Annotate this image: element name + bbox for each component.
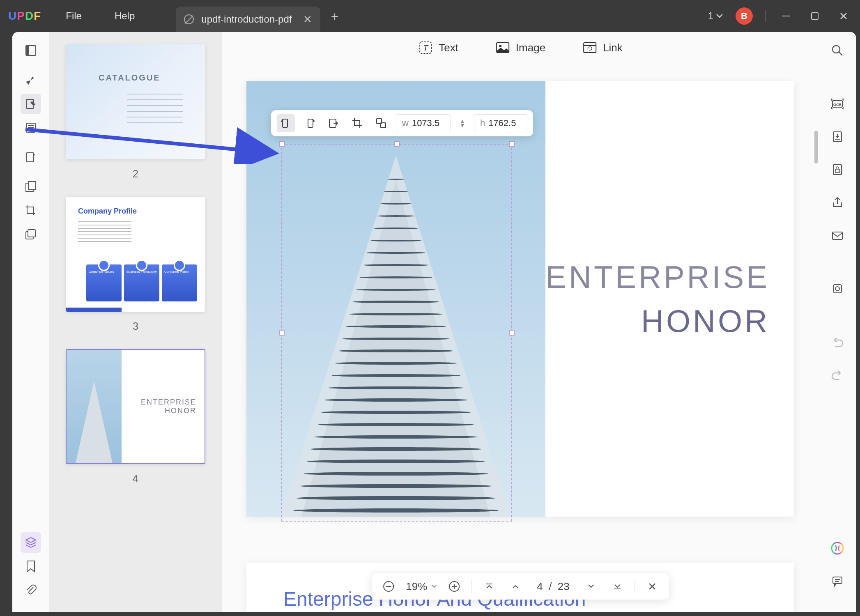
undo-icon[interactable] — [827, 332, 848, 352]
resize-handle[interactable] — [394, 141, 400, 147]
thumb-text: HONOR — [165, 407, 196, 415]
edit-toolbar: T Text Image Link — [418, 40, 623, 55]
bookmark-icon[interactable] — [21, 556, 41, 577]
edit-text-button[interactable]: T Text — [418, 40, 458, 55]
edit-image-button[interactable]: Image — [495, 40, 545, 55]
organize-tool-icon[interactable] — [21, 177, 41, 197]
page-thumbnail-3[interactable]: Company Profile Corporate Values Busines… — [66, 197, 205, 312]
page-indicator[interactable]: 4 / 23 — [533, 580, 574, 593]
layers-icon[interactable] — [21, 532, 41, 553]
thumb-title: CATALOGUE — [99, 73, 161, 83]
image-edit-toolbar: w 1073.5 ▲▼ h 1762.5 — [271, 110, 533, 136]
thumb-number: 2 — [66, 168, 205, 180]
width-input[interactable]: w 1073.5 — [396, 114, 451, 132]
email-icon[interactable] — [827, 225, 848, 246]
main-viewport: T Text Image Link ENTERPRIS — [222, 32, 819, 612]
page-heading-line2: HONOR — [641, 303, 770, 339]
height-input[interactable]: h 1762.5 — [474, 114, 527, 132]
image-icon — [495, 40, 510, 55]
svg-rect-3 — [26, 46, 29, 55]
zoom-in-icon[interactable] — [445, 577, 463, 595]
svg-rect-0 — [782, 16, 790, 16]
rotate-left-icon[interactable] — [277, 114, 295, 132]
svg-rect-13 — [28, 230, 35, 237]
resize-handle[interactable] — [509, 330, 515, 336]
convert-icon[interactable] — [827, 126, 848, 147]
edit-link-button[interactable]: Link — [582, 40, 623, 55]
pages-tool-icon[interactable] — [21, 224, 41, 245]
thumbnails-tool-icon[interactable] — [21, 40, 41, 61]
app-logo: UPDF — [8, 9, 41, 23]
divider — [765, 10, 766, 22]
chevron-down-icon — [431, 584, 437, 588]
scrollbar-thumb[interactable] — [814, 131, 818, 163]
menu-help[interactable]: Help — [115, 10, 135, 22]
tab-close-icon[interactable]: ✕ — [303, 13, 312, 26]
svg-rect-11 — [28, 182, 36, 190]
reader-tool-icon[interactable] — [21, 117, 41, 138]
tab-title: updf-introduction-pdf — [201, 14, 292, 25]
document-tab[interactable]: updf-introduction-pdf ✕ — [176, 7, 320, 32]
replace-icon[interactable] — [372, 114, 390, 132]
thumb-text: ENTERPRISE — [141, 398, 196, 407]
form-tool-icon[interactable] — [21, 147, 41, 168]
svg-point-30 — [832, 46, 840, 53]
next-page-icon[interactable] — [582, 577, 600, 595]
page-thumbnail-4[interactable]: ENTERPRISE HONOR — [66, 349, 205, 464]
svg-point-39 — [835, 287, 839, 291]
edit-tool-icon[interactable] — [21, 94, 41, 114]
minimize-button[interactable] — [778, 8, 794, 24]
share-icon[interactable] — [827, 192, 848, 213]
zoom-out-icon[interactable] — [379, 577, 398, 595]
first-page-icon[interactable] — [480, 577, 498, 595]
redo-icon[interactable] — [827, 365, 848, 385]
left-toolbar — [12, 32, 49, 612]
resize-handle[interactable] — [509, 141, 515, 147]
highlight-tool-icon[interactable] — [21, 70, 41, 90]
thumb-number: 3 — [66, 320, 205, 333]
ai-assistant-icon[interactable] — [827, 538, 848, 559]
menu-file[interactable]: File — [66, 10, 82, 22]
chevron-down-icon — [716, 14, 723, 18]
protect-icon[interactable] — [827, 159, 848, 180]
new-tab-button[interactable]: ＋ — [329, 8, 341, 25]
title-bar: UPDF File Help updf-introduction-pdf ✕ ＋… — [0, 0, 860, 32]
close-bar-icon[interactable] — [643, 577, 661, 595]
resize-handle[interactable] — [279, 141, 285, 147]
thumb-number: 4 — [66, 472, 205, 485]
crop-tool-icon[interactable] — [21, 200, 41, 221]
svg-rect-35 — [833, 165, 842, 175]
user-avatar[interactable]: B — [736, 7, 753, 25]
thumbnail-panel: CATALOGUE 2 Company Profile Corporate Va… — [49, 32, 222, 612]
compress-icon[interactable] — [827, 278, 848, 299]
svg-rect-21 — [308, 119, 313, 127]
svg-rect-1 — [812, 13, 818, 19]
comment-icon[interactable] — [827, 571, 848, 591]
image-selection-box[interactable] — [281, 144, 512, 522]
window-count-dropdown[interactable]: 1 — [708, 10, 723, 22]
svg-rect-36 — [835, 169, 839, 172]
swap-dimensions-icon[interactable]: ▲▼ — [457, 119, 468, 127]
page-thumbnail-2[interactable]: CATALOGUE — [66, 44, 205, 159]
svg-rect-40 — [833, 577, 842, 584]
crop-icon[interactable] — [348, 114, 366, 132]
resize-handle[interactable] — [279, 330, 285, 336]
close-button[interactable] — [835, 8, 852, 24]
zoom-level[interactable]: 19% — [406, 580, 437, 593]
link-icon — [582, 40, 597, 55]
bottom-nav-bar: 19% 4 / 23 — [372, 573, 669, 600]
svg-rect-38 — [833, 285, 842, 293]
prev-page-icon[interactable] — [506, 577, 524, 595]
page-heading-line1: ENTERPRISE — [545, 259, 770, 295]
ocr-icon[interactable]: OCR — [827, 94, 848, 114]
search-icon[interactable] — [827, 40, 848, 61]
last-page-icon[interactable] — [608, 577, 626, 595]
attachment-icon[interactable] — [21, 580, 41, 600]
svg-rect-9 — [26, 153, 34, 162]
rotate-right-icon[interactable] — [301, 114, 319, 132]
svg-line-31 — [839, 52, 842, 55]
svg-rect-18 — [584, 43, 596, 53]
thumb-title: Company Profile — [78, 207, 137, 216]
extract-icon[interactable] — [324, 114, 343, 132]
maximize-button[interactable] — [807, 8, 823, 24]
